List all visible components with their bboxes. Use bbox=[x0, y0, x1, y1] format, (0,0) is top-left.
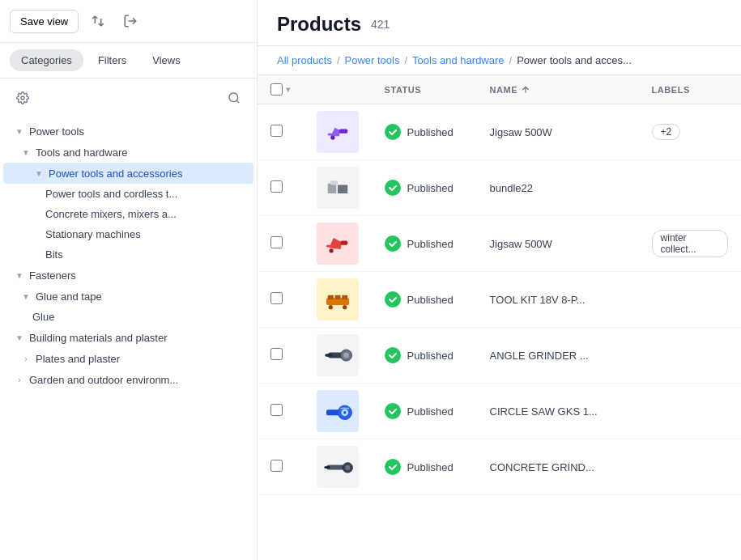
svg-line-3 bbox=[236, 100, 239, 103]
back-icon-btn[interactable] bbox=[117, 8, 143, 34]
tree-label: Bits bbox=[45, 248, 247, 261]
breadcrumb-current: Power tools and acces... bbox=[517, 54, 632, 66]
tree-label: Garden and outdoor environm... bbox=[29, 374, 247, 386]
svg-point-2 bbox=[229, 93, 238, 102]
main-content: Products 421 All products / Power tools … bbox=[258, 0, 741, 560]
labels-cell bbox=[639, 328, 741, 384]
tree-item-plates[interactable]: › Plates and plaster bbox=[3, 348, 253, 369]
status-published-icon bbox=[385, 347, 401, 363]
status-label: Published bbox=[407, 461, 454, 473]
status-cell: Published bbox=[385, 124, 464, 140]
status-label: Published bbox=[407, 238, 454, 250]
breadcrumb-all-products[interactable]: All products bbox=[277, 54, 332, 66]
row-checkbox[interactable] bbox=[270, 125, 283, 137]
tree-item-concrete-mixers[interactable]: Concrete mixers, mixers a... bbox=[3, 204, 253, 224]
table-row: Published Jigsaw 500W +2 bbox=[258, 104, 741, 160]
status-label: Published bbox=[407, 182, 454, 194]
tree-item-glue-tape[interactable]: ▼ Glue and tape bbox=[3, 286, 253, 307]
tab-filters[interactable]: Filters bbox=[87, 49, 138, 71]
breadcrumb-power-tools[interactable]: Power tools bbox=[345, 54, 400, 66]
svg-rect-20 bbox=[334, 295, 340, 299]
label-chip[interactable]: winter collect... bbox=[652, 230, 728, 257]
chevron-down-icon: ▼ bbox=[13, 331, 26, 344]
svg-point-27 bbox=[343, 353, 349, 358]
product-name: ANGLE GRINDER ... bbox=[477, 328, 639, 384]
labels-cell bbox=[639, 272, 741, 328]
tab-views[interactable]: Views bbox=[141, 49, 191, 71]
products-table-container: ▾ STATUS NAME LABELS bbox=[258, 75, 741, 560]
swap-icon-btn[interactable] bbox=[85, 8, 111, 34]
search-icon-btn[interactable] bbox=[221, 85, 247, 111]
status-published-icon bbox=[385, 459, 401, 475]
tree-label: Building materials and plaster bbox=[29, 332, 247, 344]
row-checkbox[interactable] bbox=[270, 292, 283, 304]
page-title: Products bbox=[277, 13, 361, 36]
tree-item-fasteners[interactable]: ▼ Fasteners bbox=[3, 265, 253, 286]
table-row: Published ANGLE GRINDER ... bbox=[258, 328, 741, 384]
tree-item-stationary[interactable]: Stationary machines bbox=[3, 224, 253, 244]
table-header-status: STATUS bbox=[372, 75, 477, 104]
status-label: Published bbox=[407, 294, 454, 306]
tree-label: Power tools and accessories bbox=[49, 168, 247, 180]
status-cell: Published bbox=[385, 459, 464, 475]
svg-rect-10 bbox=[327, 184, 336, 193]
svg-point-33 bbox=[343, 411, 347, 414]
status-published-icon bbox=[385, 291, 401, 308]
labels-cell bbox=[639, 384, 741, 439]
row-checkbox[interactable] bbox=[270, 236, 283, 248]
status-published-icon bbox=[385, 124, 401, 140]
product-thumbnail bbox=[317, 223, 359, 265]
tree-item-bits[interactable]: Bits bbox=[3, 244, 253, 265]
row-checkbox[interactable] bbox=[270, 348, 283, 360]
labels-cell bbox=[639, 160, 741, 216]
svg-point-7 bbox=[330, 135, 334, 139]
tree-label: Tools and hardware bbox=[36, 146, 247, 159]
product-name: bundle22 bbox=[477, 160, 639, 216]
tree-item-cordless[interactable]: Power tools and cordless t... bbox=[3, 184, 253, 204]
svg-point-37 bbox=[345, 465, 350, 470]
gear-icon-btn[interactable] bbox=[10, 85, 36, 111]
product-thumbnail bbox=[317, 334, 359, 376]
tree-item-tools-hardware[interactable]: ▼ Tools and hardware bbox=[3, 142, 253, 163]
label-chip[interactable]: +2 bbox=[652, 124, 681, 140]
status-published-icon bbox=[385, 180, 401, 196]
sidebar: Save view Categories Filters Views ▼ Pow… bbox=[0, 0, 258, 560]
table-row: Published bundle22 bbox=[258, 160, 741, 216]
chevron-down-icon: ▼ bbox=[19, 146, 32, 159]
header-chevron-icon[interactable]: ▾ bbox=[286, 85, 291, 94]
product-name: TOOL KIT 18V 8-P... bbox=[477, 272, 639, 328]
chevron-right-icon: › bbox=[13, 373, 26, 386]
status-cell: Published bbox=[385, 347, 464, 363]
tree-item-power-tools-accessories[interactable]: ▼ Power tools and accessories bbox=[3, 163, 253, 184]
chevron-right-icon: › bbox=[19, 352, 32, 365]
table-header-name[interactable]: NAME bbox=[477, 75, 639, 104]
tree-label: Glue and tape bbox=[36, 291, 247, 303]
row-checkbox[interactable] bbox=[270, 180, 283, 193]
tab-categories[interactable]: Categories bbox=[10, 49, 83, 71]
table-row: Published TOOL KIT 18V 8-P... bbox=[258, 272, 741, 328]
category-tree: ▼ Power tools ▼ Tools and hardware ▼ Pow… bbox=[0, 117, 257, 393]
table-row: Published CONCRETE GRIND... bbox=[258, 439, 741, 495]
tree-item-glue[interactable]: Glue bbox=[3, 307, 253, 327]
svg-rect-14 bbox=[340, 241, 347, 245]
product-count: 421 bbox=[371, 18, 390, 31]
row-checkbox[interactable] bbox=[270, 460, 283, 472]
tree-item-building[interactable]: ▼ Building materials and plaster bbox=[3, 327, 253, 348]
table-row: Published CIRCLE SAW GKS 1... bbox=[258, 384, 741, 439]
svg-rect-11 bbox=[338, 185, 347, 194]
row-checkbox[interactable] bbox=[270, 404, 283, 416]
svg-point-22 bbox=[328, 305, 332, 309]
breadcrumb-tools-hardware[interactable]: Tools and hardware bbox=[412, 54, 504, 66]
svg-rect-21 bbox=[342, 295, 347, 299]
tree-item-garden[interactable]: › Garden and outdoor environm... bbox=[3, 369, 253, 390]
product-thumbnail bbox=[317, 111, 359, 153]
svg-rect-8 bbox=[327, 134, 333, 136]
table-header-image bbox=[304, 75, 372, 104]
svg-rect-16 bbox=[326, 245, 332, 248]
status-label: Published bbox=[407, 126, 454, 138]
tree-label: Glue bbox=[32, 311, 247, 323]
tree-item-power-tools[interactable]: ▼ Power tools bbox=[3, 121, 253, 142]
select-all-checkbox[interactable] bbox=[270, 83, 283, 95]
product-thumbnail bbox=[317, 167, 359, 209]
save-view-button[interactable]: Save view bbox=[10, 10, 79, 33]
